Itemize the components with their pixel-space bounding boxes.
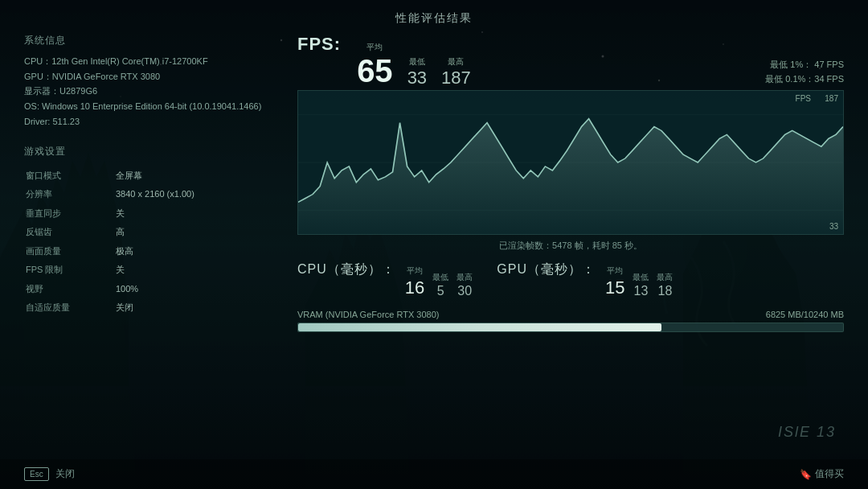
setting-label: 画面质量 [26, 242, 114, 260]
setting-value: 100% [116, 280, 280, 298]
system-info-section: 系统信息 CPU：12th Gen Intel(R) Core(TM) i7-1… [24, 34, 281, 129]
setting-value: 高 [116, 224, 280, 241]
cpu-min-value: 5 [437, 284, 444, 298]
fps-label: FPS: [297, 34, 341, 55]
cpu-max-value: 30 [457, 284, 472, 298]
fps-percentile-01: 最低 0.1%：34 FPS [765, 72, 844, 87]
setting-value: 关 [116, 261, 280, 279]
watermark-text: 值得买 [815, 467, 844, 481]
gpu-timing-label: GPU（毫秒）： [497, 261, 596, 278]
settings-row: 视野100% [26, 280, 280, 298]
fps-avg-header: 平均 [366, 42, 383, 53]
gpu-max-value: 18 [658, 284, 673, 298]
settings-row: 垂直同步关 [26, 204, 280, 222]
gpu-max-col: 最高 18 [657, 272, 673, 298]
graph-fps-label: FPS [796, 94, 811, 103]
cpu-avg-col: 平均 16 [405, 265, 424, 298]
fps-cols: 平均 65 最低 33 最高 187 [357, 42, 471, 87]
fps-graph-svg [298, 91, 843, 234]
watermark-icon: 🔖 [800, 469, 812, 480]
game-settings-section: 游戏设置 窗口模式全屏幕分辨率3840 x 2160 (x1.00)垂直同步关反… [24, 145, 281, 318]
settings-row: 自适应质量关闭 [26, 299, 280, 317]
fps-avg-value: 65 [357, 55, 393, 87]
gpu-avg-col: 平均 15 [605, 265, 624, 298]
page-title: 性能评估结果 [0, 0, 868, 34]
display-info: 显示器：U2879G6 [24, 84, 281, 99]
timing-row: CPU（毫秒）： 平均 16 最低 5 最高 30 [297, 261, 844, 298]
setting-label: FPS 限制 [26, 261, 114, 279]
setting-label: 视野 [26, 280, 114, 298]
fps-min-value: 33 [407, 69, 427, 87]
esc-close-group[interactable]: Esc 关闭 [24, 467, 75, 481]
setting-value: 关 [116, 204, 280, 222]
setting-label: 垂直同步 [26, 204, 114, 222]
left-panel: 系统信息 CPU：12th Gen Intel(R) Core(TM) i7-1… [24, 34, 281, 332]
cpu-min-header: 最低 [432, 272, 448, 283]
setting-value: 全屏幕 [116, 166, 280, 184]
gpu-min-col: 最低 13 [633, 272, 649, 298]
vram-bar-fill [298, 323, 661, 331]
fps-max-header: 最高 [448, 56, 464, 68]
close-label: 关闭 [55, 467, 75, 481]
vram-bar-background [297, 323, 844, 332]
gpu-info: GPU：NVIDIA GeForce RTX 3080 [24, 69, 281, 84]
system-info-text: CPU：12th Gen Intel(R) Core(TM) i7-12700K… [24, 54, 281, 129]
gpu-min-value: 13 [634, 284, 649, 298]
driver-info: Driver: 511.23 [24, 114, 281, 129]
fps-percentile-1: 最低 1%： 47 FPS [765, 57, 844, 72]
settings-row: FPS 限制关 [26, 261, 280, 279]
fps-avg-col: 平均 65 [357, 42, 393, 87]
vram-label: VRAM (NVIDIA GeForce RTX 3080) [297, 310, 439, 319]
setting-label: 分辨率 [26, 186, 114, 203]
graph-max-label: 187 [825, 94, 838, 103]
setting-value: 3840 x 2160 (x1.00) [116, 186, 280, 203]
gpu-timing-block: GPU（毫秒）： 平均 15 最低 13 最高 18 [497, 261, 673, 298]
graph-footer: 已渲染帧数：5478 帧，耗时 85 秒。 [297, 240, 844, 252]
fps-min-header: 最低 [409, 56, 425, 68]
esc-key-label[interactable]: Esc [24, 467, 49, 481]
vram-header: VRAM (NVIDIA GeForce RTX 3080) 6825 MB/1… [297, 310, 844, 319]
fps-header: FPS: 平均 65 最低 33 最高 187 [297, 34, 844, 87]
content-area: 性能评估结果 系统信息 CPU：12th Gen Intel(R) Core(T… [0, 0, 868, 489]
settings-row: 反锯齿高 [26, 224, 280, 241]
settings-row: 窗口模式全屏幕 [26, 166, 280, 184]
setting-value: 关闭 [116, 299, 280, 317]
cpu-timing-block: CPU（毫秒）： 平均 16 最低 5 最高 30 [297, 261, 473, 298]
cpu-timing-label: CPU（毫秒）： [297, 261, 395, 278]
cpu-avg-value: 16 [405, 277, 424, 298]
cpu-timing-cols: 平均 16 最低 5 最高 30 [405, 265, 473, 298]
game-title: ISlE 13 [778, 424, 836, 441]
fps-max-col: 最高 187 [441, 56, 471, 87]
system-info-title: 系统信息 [24, 34, 281, 47]
settings-row: 分辨率3840 x 2160 (x1.00) [26, 186, 280, 203]
cpu-avg-header: 平均 [407, 265, 423, 277]
gpu-avg-value: 15 [605, 277, 624, 298]
fps-min-col: 最低 33 [407, 56, 427, 87]
gpu-timing-cols: 平均 15 最低 13 最高 18 [605, 265, 673, 298]
setting-value: 极高 [116, 242, 280, 260]
watermark: 🔖 值得买 [800, 467, 844, 481]
cpu-min-col: 最低 5 [432, 272, 448, 298]
setting-label: 自适应质量 [26, 299, 114, 317]
settings-table: 窗口模式全屏幕分辨率3840 x 2160 (x1.00)垂直同步关反锯齿高画面… [24, 165, 281, 318]
gpu-max-header: 最高 [657, 272, 673, 283]
setting-label: 窗口模式 [26, 166, 114, 184]
fps-main: FPS: 平均 65 最低 33 最高 187 [297, 34, 471, 87]
vram-value: 6825 MB/10240 MB [766, 310, 844, 319]
bottom-bar: Esc 关闭 🔖 值得买 [0, 459, 868, 489]
os-info: OS: Windows 10 Enterprise Edition 64-bit… [24, 99, 281, 114]
graph-min-label: 33 [829, 222, 838, 231]
vram-section: VRAM (NVIDIA GeForce RTX 3080) 6825 MB/1… [297, 310, 844, 332]
cpu-max-col: 最高 30 [457, 272, 473, 298]
cpu-max-header: 最高 [457, 272, 473, 283]
setting-label: 反锯齿 [26, 224, 114, 241]
gpu-avg-header: 平均 [607, 265, 623, 277]
right-panel: FPS: 平均 65 最低 33 最高 187 [297, 34, 844, 332]
cpu-info: CPU：12th Gen Intel(R) Core(TM) i7-12700K… [24, 54, 281, 69]
gpu-min-header: 最低 [633, 272, 649, 283]
main-layout: 系统信息 CPU：12th Gen Intel(R) Core(TM) i7-1… [0, 34, 868, 332]
fps-max-value: 187 [441, 69, 471, 87]
fps-percentile: 最低 1%： 47 FPS 最低 0.1%：34 FPS [765, 57, 844, 87]
fps-graph: FPS 187 33 [297, 90, 844, 235]
game-settings-title: 游戏设置 [24, 145, 281, 158]
